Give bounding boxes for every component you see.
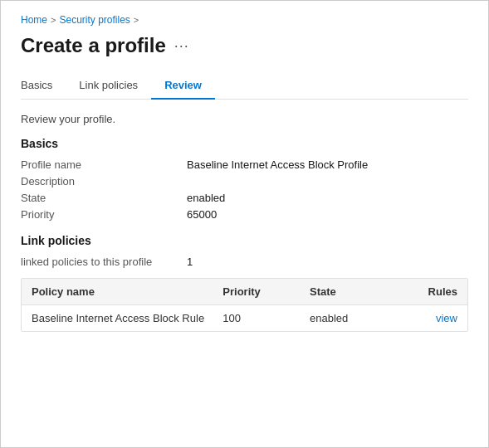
page-container: Home > Security profiles > Create a prof… <box>0 0 489 448</box>
tabs-nav: Basics Link policies Review <box>21 72 468 100</box>
table-header-row: Policy name Priority State Rules <box>22 279 467 305</box>
field-label-state: State <box>21 192 187 204</box>
link-policies-section-title: Link policies <box>21 234 468 247</box>
cell-priority: 100 <box>222 312 310 324</box>
cell-rules: view <box>397 312 457 324</box>
tab-review[interactable]: Review <box>151 72 215 100</box>
tab-link-policies[interactable]: Link policies <box>66 72 151 100</box>
col-header-state: State <box>310 285 397 298</box>
col-header-priority: Priority <box>222 285 310 298</box>
field-priority: Priority 65000 <box>21 208 468 221</box>
basics-section-title: Basics <box>21 137 468 150</box>
col-header-policy-name: Policy name <box>32 285 222 298</box>
field-profile-name: Profile name Baseline Internet Access Bl… <box>21 158 468 171</box>
breadcrumb-sep-1: > <box>51 15 56 25</box>
col-header-rules: Rules <box>397 285 457 298</box>
breadcrumb-security-profiles[interactable]: Security profiles <box>59 14 130 26</box>
tab-basics[interactable]: Basics <box>21 72 66 100</box>
page-title: Create a profile <box>21 34 166 57</box>
page-title-row: Create a profile ··· <box>21 34 468 57</box>
view-rules-link[interactable]: view <box>436 312 457 324</box>
field-label-linked-policies: linked policies to this profile <box>21 256 187 268</box>
field-label-priority: Priority <box>21 208 187 221</box>
field-label-description: Description <box>21 175 187 187</box>
field-label-profile-name: Profile name <box>21 158 187 171</box>
field-value-state: enabled <box>187 192 225 204</box>
table-row: Baseline Internet Access Block Rule 100 … <box>22 305 467 331</box>
cell-state: enabled <box>310 312 397 324</box>
policies-table: Policy name Priority State Rules Baselin… <box>21 278 468 332</box>
link-policies-section: Link policies linked policies to this pr… <box>21 234 468 332</box>
field-value-linked-policies: 1 <box>187 256 193 268</box>
breadcrumb-home[interactable]: Home <box>21 14 47 26</box>
field-value-priority: 65000 <box>187 208 217 221</box>
breadcrumb: Home > Security profiles > <box>21 14 468 26</box>
basics-section: Basics Profile name Baseline Internet Ac… <box>21 137 468 221</box>
field-description: Description <box>21 175 468 187</box>
cell-policy-name: Baseline Internet Access Block Rule <box>32 312 222 324</box>
more-options-icon[interactable]: ··· <box>174 37 189 55</box>
breadcrumb-sep-2: > <box>134 15 139 25</box>
field-state: State enabled <box>21 192 468 204</box>
field-value-profile-name: Baseline Internet Access Block Profile <box>187 158 368 171</box>
field-linked-policies: linked policies to this profile 1 <box>21 256 468 268</box>
review-description: Review your profile. <box>21 113 468 125</box>
